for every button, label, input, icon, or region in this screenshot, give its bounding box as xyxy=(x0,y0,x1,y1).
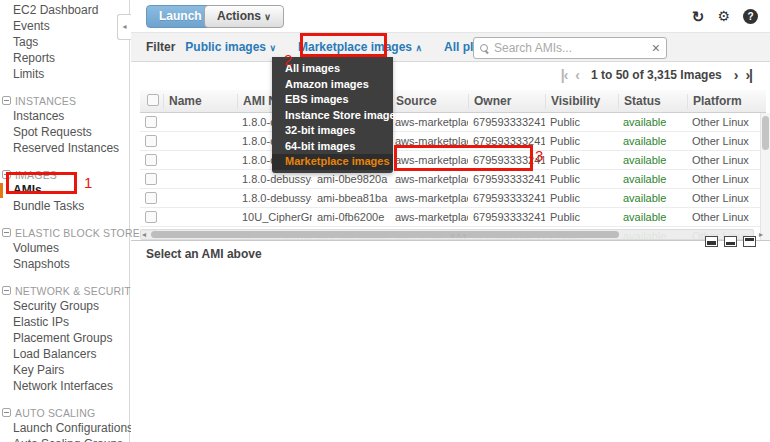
table-row[interactable]: 1.8.0-debussy-...ami-0be9820aaws-marketp… xyxy=(140,170,766,189)
clear-search-icon[interactable]: × xyxy=(652,42,660,54)
table-row[interactable]: 10U_CipherGr...ami-0fb6200eaws-marketpla… xyxy=(140,208,766,227)
sidebar-item-ec2-dashboard[interactable]: EC2 Dashboard xyxy=(0,2,129,18)
cell-status: available xyxy=(618,192,687,204)
pane-layout-top-icon[interactable] xyxy=(743,236,756,247)
menu-item-32-bit-images[interactable]: 32-bit images xyxy=(272,123,393,139)
actions-button[interactable]: Actions ∨ xyxy=(204,5,284,28)
table-row[interactable]: 1.8.0-d...aws-marketplac...679593333241P… xyxy=(140,113,766,132)
first-page-icon[interactable]: |‹ xyxy=(561,68,568,82)
detail-pane-message: Select an AMI above xyxy=(146,247,262,261)
sidebar-item-bundle-tasks[interactable]: Bundle Tasks xyxy=(0,198,129,214)
sidebar-section-header-auto-scaling[interactable]: AUTO SCALING xyxy=(0,405,129,420)
column-header-name[interactable]: Name xyxy=(163,94,237,109)
cell-status: available xyxy=(618,116,687,128)
refresh-icon[interactable]: ↻ xyxy=(692,9,705,24)
sidebar-item-snapshots[interactable]: Snapshots xyxy=(0,256,129,272)
search-icon xyxy=(480,44,489,53)
pane-resize-grip[interactable] xyxy=(451,234,466,237)
menu-item-instance-store-images[interactable]: Instance Store images xyxy=(272,108,393,124)
sidebar-item-auto-scaling-groups[interactable]: Auto Scaling Groups xyxy=(0,436,129,442)
cell-checkbox xyxy=(140,116,163,128)
cell-visibility: Public xyxy=(545,173,618,185)
column-header-status[interactable]: Status xyxy=(618,94,687,109)
cell-source: aws-marketplac... xyxy=(390,211,468,223)
gear-icon[interactable]: ⚙ xyxy=(717,9,730,24)
row-checkbox[interactable] xyxy=(145,192,157,204)
sidebar-item-spot-requests[interactable]: Spot Requests xyxy=(0,124,129,140)
vertical-scrollbar[interactable] xyxy=(760,113,770,240)
table-row[interactable]: 1.8.0-d...aws-marketplac...679593333241P… xyxy=(140,132,766,151)
cell-owner: 679593333241 xyxy=(468,154,545,166)
sidebar-section-network-security: NETWORK & SECURITYSecurity GroupsElastic… xyxy=(0,283,129,394)
horizontal-scrollbar-thumb[interactable] xyxy=(151,231,619,238)
sidebar-section-header-elastic-block-store[interactable]: ELASTIC BLOCK STORE xyxy=(0,225,129,240)
sidebar-collapse-handle[interactable]: ◂ xyxy=(117,14,131,40)
sidebar-item-launch-configurations[interactable]: Launch Configurations xyxy=(0,420,129,436)
cell-ami_name: 10U_CipherGr... xyxy=(237,211,312,223)
horizontal-scrollbar[interactable] xyxy=(140,229,754,240)
column-header-checkbox[interactable] xyxy=(140,94,163,109)
cell-ami_name: 1.8.0-debussy-... xyxy=(237,192,312,204)
row-checkbox[interactable] xyxy=(145,154,157,166)
sidebar-section-header-network-security[interactable]: NETWORK & SECURITY xyxy=(0,283,129,298)
pane-layout-split-icon[interactable] xyxy=(724,236,737,247)
column-header-source[interactable]: Source xyxy=(390,94,468,109)
cell-ami_name: 1.8.0-debussy-... xyxy=(237,173,312,185)
menu-item-marketplace-images[interactable]: Marketplace images xyxy=(272,154,393,170)
sidebar-item-instances[interactable]: Instances xyxy=(0,108,129,124)
help-icon[interactable]: ? xyxy=(743,9,758,24)
collapse-icon xyxy=(2,96,11,105)
sidebar-section-header-images[interactable]: IMAGES xyxy=(0,167,129,182)
cell-owner: 679593333241 xyxy=(468,192,545,204)
search-box[interactable]: × xyxy=(473,37,667,59)
sidebar-item-key-pairs[interactable]: Key Pairs xyxy=(0,362,129,378)
table-row[interactable]: 1.8.0-d...aws-marketplac...679593333241P… xyxy=(140,151,766,170)
cell-status: available xyxy=(618,154,687,166)
sidebar-item-volumes[interactable]: Volumes xyxy=(0,240,129,256)
sidebar-item-tags[interactable]: Tags xyxy=(0,34,129,50)
sidebar-item-network-interfaces[interactable]: Network Interfaces xyxy=(0,378,129,394)
menu-item-ebs-images[interactable]: EBS images xyxy=(272,92,393,108)
sidebar-item-limits[interactable]: Limits xyxy=(0,66,129,82)
scroll-right-icon[interactable]: ▸ xyxy=(759,230,763,239)
filter-dropdown-public-images[interactable]: Public images ∨ xyxy=(185,40,276,54)
sidebar-section-header-instances[interactable]: INSTANCES xyxy=(0,93,129,108)
sidebar-item-security-groups[interactable]: Security Groups xyxy=(0,298,129,314)
last-page-icon[interactable]: ›| xyxy=(745,68,752,82)
search-input[interactable] xyxy=(494,41,652,55)
menu-item-amazon-images[interactable]: Amazon images xyxy=(272,77,393,93)
scroll-left-icon[interactable]: ◂ xyxy=(142,230,146,239)
row-checkbox[interactable] xyxy=(145,135,157,147)
pane-layout-bottom-icon[interactable] xyxy=(705,236,718,247)
menu-item-all-images[interactable]: All images xyxy=(272,61,393,77)
cell-checkbox xyxy=(140,173,163,185)
filter-label: Filter xyxy=(146,40,175,54)
sidebar-section-instances: INSTANCESInstancesSpot RequestsReserved … xyxy=(0,93,129,156)
sidebar-item-load-balancers[interactable]: Load Balancers xyxy=(0,346,129,362)
table-row[interactable]: 1.8.0-debussy-...ami-bbea81baaws-marketp… xyxy=(140,189,766,208)
vertical-scrollbar-thumb[interactable] xyxy=(762,116,769,150)
column-header-owner[interactable]: Owner xyxy=(468,94,545,109)
sidebar-item-reserved-instances[interactable]: Reserved Instances xyxy=(0,140,129,156)
sidebar-item-reports[interactable]: Reports xyxy=(0,50,129,66)
menu-item-64-bit-images[interactable]: 64-bit images xyxy=(272,139,393,155)
sidebar-item-amis[interactable]: AMIs xyxy=(0,182,129,198)
column-header-visibility[interactable]: Visibility xyxy=(545,94,618,109)
column-header-platform[interactable]: Platform xyxy=(687,94,753,109)
select-all-checkbox[interactable] xyxy=(147,94,159,106)
prev-page-icon[interactable]: ‹ xyxy=(575,68,579,82)
table-body: 1.8.0-d...aws-marketplac...679593333241P… xyxy=(140,113,766,240)
sidebar-item-events[interactable]: Events xyxy=(0,18,129,34)
chevron-down-icon: ∨ xyxy=(264,12,271,22)
next-page-icon[interactable]: › xyxy=(734,68,738,82)
sidebar-item-placement-groups[interactable]: Placement Groups xyxy=(0,330,129,346)
row-checkbox[interactable] xyxy=(145,211,157,223)
cell-source: aws-marketplac... xyxy=(390,135,468,147)
sidebar: EC2 DashboardEventsTagsReportsLimits INS… xyxy=(0,0,130,442)
cell-platform: Other Linux xyxy=(687,192,753,204)
row-checkbox[interactable] xyxy=(145,116,157,128)
row-checkbox[interactable] xyxy=(145,173,157,185)
sidebar-item-elastic-ips[interactable]: Elastic IPs xyxy=(0,314,129,330)
filter-dropdown-marketplace-images[interactable]: Marketplace images ∧ xyxy=(298,40,422,54)
cell-status: available xyxy=(618,173,687,185)
